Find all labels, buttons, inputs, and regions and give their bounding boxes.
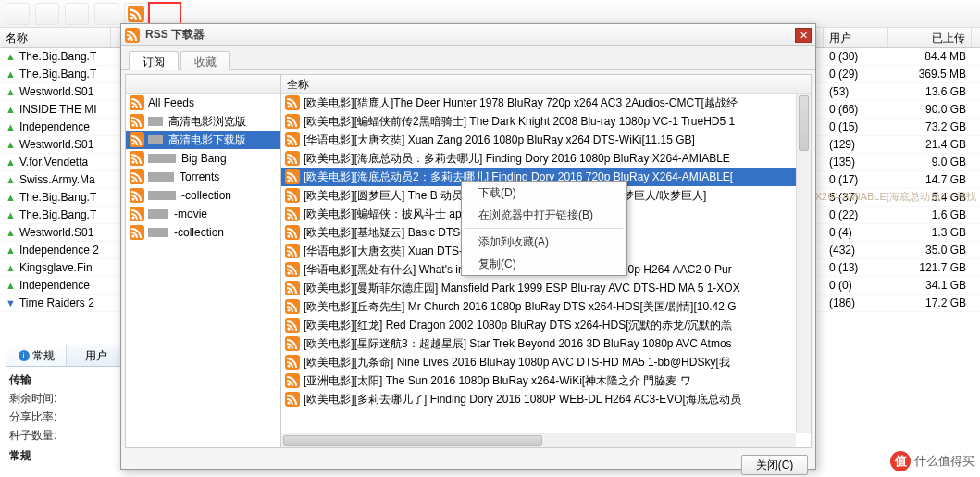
feed-all[interactable]: All Feeds xyxy=(126,94,280,112)
entry-row[interactable]: [亚洲电影][太阳] The Sun 2016 1080p BluRay x26… xyxy=(281,371,811,390)
info-icon: i xyxy=(19,350,30,361)
redacted-text xyxy=(148,172,174,182)
svg-point-11 xyxy=(131,160,134,163)
cell-uploaded: 35.0 GB xyxy=(888,244,972,257)
entry-label: [欧美电影][蝙蝠侠前传2黑暗骑士] The Dark Knight 2008 … xyxy=(304,114,735,130)
ctx-download[interactable]: 下载(D) xyxy=(462,182,626,204)
ctx-open-browser[interactable]: 在浏览器中打开链接(B) xyxy=(462,204,626,226)
svg-point-45 xyxy=(287,327,290,330)
col-name-header[interactable]: 名称 xyxy=(0,28,111,47)
cell-uploaded: 1.3 GB xyxy=(888,226,972,239)
close-button[interactable]: 关闭(C) xyxy=(741,455,808,475)
rss-icon xyxy=(285,151,300,166)
feed-item-label: 高清电影浏览版 xyxy=(168,114,246,130)
cell-user: 0 (17) xyxy=(824,173,888,186)
svg-point-17 xyxy=(131,216,134,219)
toolbar-button-3[interactable] xyxy=(65,3,89,25)
col-user-header[interactable]: 用户 xyxy=(824,28,888,47)
tab-favorites[interactable]: 收藏 xyxy=(180,51,230,70)
toolbar-button-1[interactable] xyxy=(6,3,30,25)
svg-point-9 xyxy=(131,142,134,144)
cell-user: 0 (22) xyxy=(824,208,888,221)
rss-icon xyxy=(285,355,300,370)
feed-item[interactable]: -movie xyxy=(126,205,280,223)
entry-row[interactable]: [欧美电影][丘奇先生] Mr Church 2016 1080p BluRay… xyxy=(281,297,811,316)
status-arrow-icon: ▲ xyxy=(6,174,16,185)
stat-seed: 种子数量: xyxy=(9,428,56,444)
status-arrow-icon: ▲ xyxy=(6,227,16,238)
svg-point-19 xyxy=(131,234,134,237)
dialog-title: RSS 下载器 xyxy=(145,27,205,43)
ctx-add-favorite[interactable]: 添加到收藏(A) xyxy=(462,231,626,253)
cell-user: (186) xyxy=(824,296,888,309)
stat-share: 分享比率: xyxy=(9,409,56,425)
redacted-text xyxy=(148,117,163,126)
entry-label: [欧美电影][丘奇先生] Mr Church 2016 1080p BluRay… xyxy=(304,299,736,315)
vertical-scrollbar[interactable] xyxy=(796,94,811,433)
ctx-copy[interactable]: 复制(C) xyxy=(462,253,626,275)
svg-point-37 xyxy=(287,253,290,256)
feed-item[interactable]: -collection xyxy=(126,223,280,242)
entry-row[interactable]: [欧美电影][蝙蝠侠前传2黑暗骑士] The Dark Knight 2008 … xyxy=(281,112,811,131)
redacted-text xyxy=(148,191,176,200)
svg-point-39 xyxy=(287,271,290,274)
tab-subscribe[interactable]: 订阅 xyxy=(129,51,179,70)
feed-item[interactable]: 高清电影下载版 xyxy=(126,131,280,149)
entry-row[interactable]: [华语电影][大唐玄奘] Xuan Zang 2016 1080p BluRay… xyxy=(281,131,811,149)
rss-icon xyxy=(130,132,144,147)
entry-row[interactable]: [欧美电影][九条命] Nine Lives 2016 BluRay 1080p… xyxy=(281,353,811,371)
entry-row[interactable]: [欧美电影][星际迷航3：超越星辰] Star Trek Beyond 2016… xyxy=(281,334,811,353)
rss-icon xyxy=(285,225,300,240)
cell-uploaded: 13.6 GB xyxy=(888,85,972,98)
scrollbar-thumb[interactable] xyxy=(799,95,809,151)
toolbar-button-4[interactable] xyxy=(94,3,118,25)
tab-user[interactable]: 用户 xyxy=(67,345,127,366)
cell-user: 0 (15) xyxy=(824,120,888,133)
rss-icon xyxy=(285,318,300,333)
rss-icon xyxy=(285,188,300,203)
entry-label: [欧美电影][曼斯菲尔德庄园] Mansfield Park 1999 ESP … xyxy=(304,281,740,296)
cell-user: (135) xyxy=(824,156,888,169)
feed-item[interactable]: Big Bang xyxy=(126,149,280,168)
tab-general[interactable]: i常规 xyxy=(6,345,67,366)
dialog-footer: 关闭(C) xyxy=(121,452,815,477)
entry-row[interactable]: [欧美电影][曼斯菲尔德庄园] Mansfield Park 1999 ESP … xyxy=(281,279,811,297)
cell-uploaded: 1.6 GB xyxy=(888,208,972,221)
status-arrow-icon: ▲ xyxy=(6,280,16,291)
cell-uploaded: 34.1 GB xyxy=(888,279,972,292)
cell-user: (53) xyxy=(824,85,888,98)
svg-point-5 xyxy=(131,105,134,107)
dialog-titlebar[interactable]: RSS 下载器 ✕ xyxy=(121,24,815,46)
svg-point-25 xyxy=(287,142,290,144)
svg-point-21 xyxy=(287,105,290,107)
rss-icon xyxy=(130,225,144,240)
rss-icon xyxy=(128,6,144,22)
status-arrow-icon: ▲ xyxy=(6,69,16,80)
horizontal-scrollbar[interactable] xyxy=(281,433,796,447)
cell-uploaded: 14.7 GB xyxy=(888,173,972,186)
entry-row[interactable]: [欧美电影][红龙] Red Dragon 2002 1080p BluRay … xyxy=(281,316,811,334)
toolbar-button-2[interactable] xyxy=(35,3,59,25)
entry-label: [欧美电影][海底总动员：多莉去哪儿] Finding Dory 2016 10… xyxy=(304,151,730,167)
entry-label: [欧美电影][星际迷航3：超越星辰] Star Trek Beyond 2016… xyxy=(304,336,732,352)
col-uploaded-header[interactable]: 已上传 xyxy=(888,28,972,47)
svg-point-51 xyxy=(287,383,290,385)
entry-row[interactable]: [欧美电影][海底总动员：多莉去哪儿] Finding Dory 2016 10… xyxy=(281,149,811,168)
section-transfer: 传输 xyxy=(9,372,31,388)
close-icon[interactable]: ✕ xyxy=(795,28,812,43)
cell-user: 0 (66) xyxy=(824,103,888,116)
svg-point-43 xyxy=(287,308,290,311)
feed-item[interactable]: Torrents xyxy=(126,168,280,186)
feed-item[interactable]: 高清电影浏览版 xyxy=(126,112,280,131)
detail-tabs: i常规 用户 xyxy=(6,345,128,367)
feed-item[interactable]: -collection xyxy=(126,186,280,205)
feed-item-label: Big Bang xyxy=(181,152,227,165)
entry-row[interactable]: [欧美电影][多莉去哪儿了] Finding Dory 2016 1080P W… xyxy=(281,390,811,408)
entry-row[interactable]: [欧美电影][猎鹿人]The Deer Hunter 1978 BluRay 7… xyxy=(281,94,811,112)
scrollbar-thumb[interactable] xyxy=(283,435,542,446)
toolbar-rss-button[interactable] xyxy=(124,3,148,25)
svg-point-27 xyxy=(287,160,290,163)
rss-icon xyxy=(285,262,300,277)
ctx-separator xyxy=(465,228,623,229)
entries-header[interactable]: 全称 xyxy=(281,75,811,94)
